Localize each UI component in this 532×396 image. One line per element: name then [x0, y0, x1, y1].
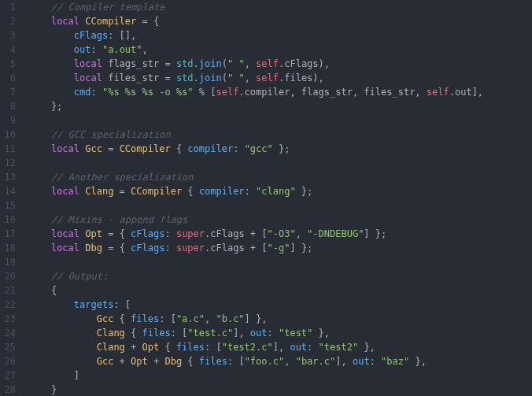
code-line[interactable]: Clang { files: ["test.c"], out: "test" }…	[28, 326, 532, 340]
code-token	[28, 44, 74, 55]
code-token: Opt	[142, 342, 160, 353]
line-number: 26	[0, 354, 16, 368]
code-line[interactable]	[28, 113, 532, 128]
line-number: 23	[0, 312, 16, 326]
code-line[interactable]: Gcc + Opt + Dbg { files: ["foo.c", "bar.…	[28, 354, 532, 368]
code-line[interactable]: // Output:	[28, 269, 532, 283]
code-line[interactable]: local CCompiler = {	[28, 14, 532, 28]
code-token: :	[370, 356, 375, 367]
line-number: 16	[0, 213, 16, 227]
line-number: 13	[0, 170, 16, 184]
code-line[interactable]	[28, 198, 532, 213]
code-line[interactable]: local Opt = { cFlags: super.cFlags + ["-…	[28, 227, 532, 241]
code-line[interactable]: local files_str = std.join(" ", self.fil…	[28, 71, 532, 85]
code-token	[375, 356, 381, 367]
code-token: [	[120, 299, 131, 310]
line-number: 28	[0, 383, 16, 396]
code-token: ,	[353, 87, 364, 98]
code-token: {	[182, 186, 199, 197]
code-line[interactable]: local Dbg = { cFlags: super.cFlags + ["-…	[28, 241, 532, 255]
line-number: 24	[0, 326, 16, 340]
code-token: cFlags	[284, 58, 318, 69]
code-token: :	[113, 299, 119, 310]
code-token: [	[210, 342, 221, 353]
code-token: "test2.c"	[222, 342, 273, 353]
code-token: flags_str	[108, 58, 159, 69]
code-line[interactable]: local Clang = CCompiler { compiler: "cla…	[28, 184, 532, 198]
code-token: std	[176, 58, 194, 69]
code-line[interactable]: Clang + Opt { files: ["test2.c"], out: "…	[28, 340, 532, 354]
code-line[interactable]: out: "a.out",	[28, 43, 532, 57]
code-line[interactable]: local flags_str = std.join(" ", self.cFl…	[28, 57, 532, 71]
code-token: Clang	[97, 342, 125, 353]
code-token: :	[164, 242, 170, 254]
code-token: = {	[136, 16, 159, 27]
code-token: ,	[245, 72, 256, 83]
code-token	[28, 58, 74, 69]
line-number: 5	[0, 57, 16, 71]
code-token: "b.c"	[216, 313, 244, 324]
code-token: "-O3"	[268, 228, 296, 239]
code-token: ] },	[245, 313, 268, 324]
code-token: out	[290, 342, 307, 353]
code-token: files_str	[108, 72, 159, 83]
code-token: cFlags	[210, 228, 244, 239]
code-token: self	[427, 87, 449, 98]
code-line[interactable]	[28, 255, 532, 269]
code-line[interactable]	[28, 156, 532, 170]
code-token: "foo.c"	[245, 356, 285, 367]
code-token: .	[238, 87, 244, 98]
code-token: " "	[227, 58, 245, 69]
line-number: 6	[0, 71, 16, 85]
code-line[interactable]: // Another specialization	[28, 170, 532, 184]
line-number: 20	[0, 269, 16, 283]
code-token: ]	[28, 370, 79, 381]
code-token: join	[199, 72, 222, 83]
code-token: (	[222, 58, 227, 69]
code-token	[28, 214, 51, 225]
code-editor[interactable]: 1234567891011121314151617181920212223242…	[0, 0, 532, 396]
code-token	[28, 228, 51, 239]
code-line[interactable]: cFlags: [],	[28, 28, 532, 43]
code-line[interactable]: // Mixins - append flags	[28, 213, 532, 227]
line-number: 14	[0, 184, 16, 198]
code-line[interactable]: }	[28, 383, 532, 396]
code-token	[97, 44, 102, 55]
code-token: Gcc	[97, 356, 114, 367]
code-token	[28, 328, 97, 339]
code-token: {	[171, 143, 188, 154]
code-token: =	[113, 186, 131, 197]
code-line[interactable]: {	[28, 283, 532, 298]
code-line[interactable]: local Gcc = CCompiler { compiler: "gcc" …	[28, 142, 532, 156]
code-line[interactable]: cmd: "%s %s %s -o %s" % [self.compiler, …	[28, 85, 532, 99]
code-token: +	[113, 356, 131, 367]
code-token: // Mixins - append flags	[51, 214, 187, 225]
code-area[interactable]: // Compiler template local CCompiler = {…	[24, 0, 532, 396]
code-line[interactable]: ]	[28, 368, 532, 383]
code-token: (	[222, 72, 227, 83]
code-token: out	[353, 356, 370, 367]
code-line[interactable]: // Compiler template	[28, 0, 532, 14]
code-token: // GCC specialization	[51, 129, 171, 140]
code-token: ],	[233, 328, 250, 339]
code-token: self	[256, 72, 279, 83]
code-token: {	[125, 328, 142, 339]
code-line[interactable]: targets: [	[28, 298, 532, 312]
code-token: std	[176, 72, 194, 83]
code-token: :	[171, 328, 176, 339]
code-token: Gcc	[97, 313, 114, 324]
code-token: ,	[284, 356, 295, 367]
code-token: [],	[113, 30, 136, 41]
code-token: },	[409, 356, 427, 367]
code-token: files	[176, 342, 205, 353]
code-line[interactable]: Gcc { files: ["a.c", "b.c"] },	[28, 312, 532, 326]
code-token: targets	[74, 299, 114, 310]
code-token	[28, 313, 97, 324]
code-line[interactable]: // GCC specialization	[28, 128, 532, 142]
code-token: CCompiler	[85, 16, 136, 27]
code-token: "test2"	[319, 342, 359, 353]
code-token: :	[164, 228, 170, 239]
code-token: "gcc"	[245, 143, 273, 154]
code-line[interactable]: };	[28, 99, 532, 113]
code-token: {	[28, 285, 57, 296]
